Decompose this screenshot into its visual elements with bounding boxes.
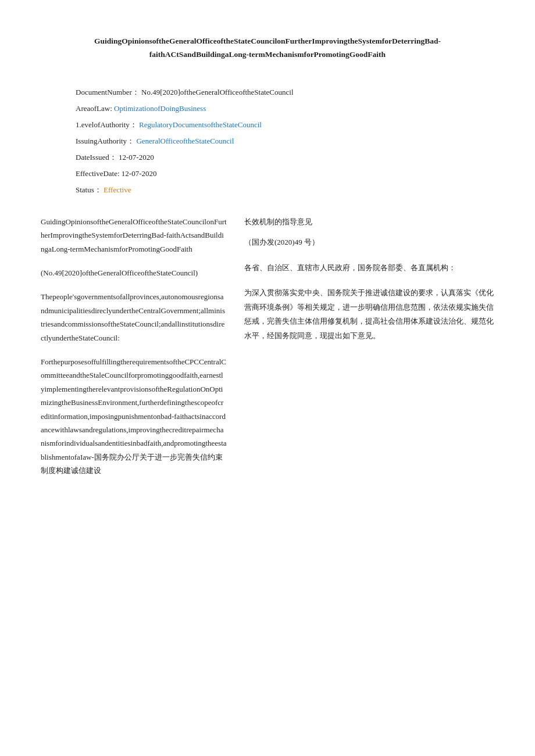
meta-section: DocumentNumber： No.49[2020]oftheGeneralO… [76,85,494,198]
issuing-authority-row: IssuingAuthority： GeneralOfficeoftheStat… [76,134,494,149]
left-title-block: GuidingOpinionsoftheGeneralOfficeoftheSt… [41,215,227,256]
area-of-law-label: AreaofLaw: [76,104,112,113]
level-of-authority-row: 1.evelofAuthority： RegulatoryDocumentsof… [76,117,494,132]
status-label: Status： [76,185,102,194]
effective-date-value: 12-07-2020 [122,169,157,178]
status-row: Status： Effective [76,182,494,198]
right-address: 各省、自治区、直辖市人民政府，国务院各部委、各直属机构： [244,261,494,275]
issuing-authority-label: IssuingAuthority： [76,137,134,145]
effective-date-row: EffectiveDate: 12-07-2020 [76,166,494,181]
level-of-authority-label: 1.evelofAuthority： [76,120,137,129]
content-columns: GuidingOpinionsoftheGeneralOfficeoftheSt… [41,215,494,488]
left-doc-ref: (No.49[2020]oftheGeneralOfficeoftheState… [41,266,227,280]
left-purpose-para: Forthepurposesoffulfillingtherequirement… [41,355,227,478]
date-issued-value: 12-07-2020 [119,153,154,162]
effective-date-label: EffectiveDate: [76,169,120,178]
right-column: 长效机制的指导意见 （国办发(2020)49 号） 各省、自治区、直辖市人民政府… [244,215,494,488]
right-doc-number: （国办发(2020)49 号） [244,235,494,250]
date-issued-label: DateIssued： [76,153,117,162]
level-of-authority-link[interactable]: RegulatoryDocumentsoftheStateCouncil [139,120,262,129]
document-main-title: GuidingOpinionsoftheGeneralOfficeoftheSt… [41,35,494,62]
area-of-law-row: AreaofLaw: OptimizationofDoingBusiness [76,101,494,116]
title-line1: GuidingOpinionsoftheGeneralOfficeoftheSt… [41,35,494,48]
document-number-row: DocumentNumber： No.49[2020]oftheGeneralO… [76,85,494,100]
left-address: Thepeople'sgovernmentsofallprovinces,aut… [41,290,227,345]
right-title-block: 长效机制的指导意见 [244,215,494,230]
title-line2: faithACtSandBuildingaLong-termMechanismf… [41,48,494,62]
left-column: GuidingOpinionsoftheGeneralOfficeoftheSt… [41,215,227,488]
area-of-law-link[interactable]: OptimizationofDoingBusiness [114,104,206,113]
status-value: Effective [104,185,131,194]
date-issued-row: DateIssued： 12-07-2020 [76,150,494,165]
document-number-value: No.49[2020]oftheGeneralOfficeoftheStateC… [141,88,293,96]
document-number-label: DocumentNumber： [76,88,140,96]
issuing-authority-link[interactable]: GeneralOfficeoftheStateCouncil [136,137,234,145]
right-purpose-para: 为深入贯彻落实党中央、国务院关于推进诚信建设的要求，认真落实《优化营商环境条例》… [244,286,494,343]
